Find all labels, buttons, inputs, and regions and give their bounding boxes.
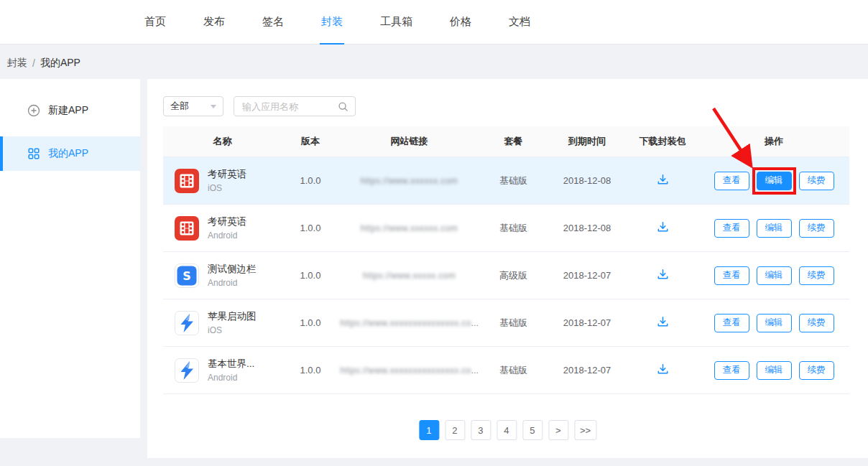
app-url: https://www.xxxxxxxxxxxxxxx.co...	[339, 317, 479, 328]
thunder-app-icon	[175, 311, 199, 335]
breadcrumb: 封装 / 我的APP	[7, 57, 80, 70]
app-plan: 基础版	[479, 222, 548, 235]
app-name: 基本世界...	[208, 358, 254, 371]
nav-item-4[interactable]: 封装	[320, 0, 344, 45]
app-platform: iOS	[208, 183, 246, 193]
breadcrumb-section[interactable]: 封装	[7, 57, 27, 70]
column-header-3: 网站链接	[339, 135, 479, 148]
app-url: https://www.xxxxxx.com	[339, 175, 479, 186]
main-content: 全部 名称版本网站链接套餐到期时间下载封装包操作 考研英语iOS1.0.0htt…	[147, 79, 868, 458]
app-url-text: https://www.xxxxxx.com	[361, 223, 458, 233]
filter-dropdown[interactable]: 全部	[163, 96, 223, 116]
app-version: 1.0.0	[282, 317, 339, 328]
row-actions: 查看编辑续费	[698, 314, 849, 332]
jump-next-button[interactable]: >>	[574, 420, 596, 440]
download-cell	[627, 220, 698, 236]
search-box	[234, 96, 356, 116]
renew-button[interactable]: 续费	[799, 172, 834, 190]
sidebar: 新建APP我的APP	[0, 79, 140, 438]
nav-item-7[interactable]: 文档	[507, 0, 532, 45]
view-button[interactable]: 查看	[714, 314, 749, 332]
download-cell	[627, 363, 698, 378]
pagination: 12345>>>	[419, 420, 596, 440]
app-expire-date: 2018-12-07	[548, 270, 627, 281]
nav-item-1[interactable]: 首页	[143, 0, 167, 45]
next-page-button[interactable]: >	[548, 420, 568, 440]
view-button[interactable]: 查看	[714, 219, 749, 238]
search-icon[interactable]	[338, 101, 348, 112]
renew-button[interactable]: 续费	[799, 219, 834, 238]
nav-item-5[interactable]: 工具箱	[379, 0, 414, 45]
app-plan: 基础版	[479, 364, 548, 377]
app-platform: Android	[208, 278, 257, 288]
app-expire-date: 2018-12-08	[548, 223, 627, 233]
edit-button[interactable]: 编辑	[757, 172, 792, 190]
edit-button[interactable]: 编辑	[757, 219, 792, 238]
app-version: 1.0.0	[282, 365, 339, 376]
annotation-box: 编辑	[752, 167, 796, 195]
nav-item-2[interactable]: 发布	[202, 0, 226, 45]
s-app-app-icon: S	[175, 264, 199, 288]
download-icon[interactable]	[656, 173, 670, 187]
page-button-5[interactable]: 5	[522, 420, 542, 440]
grid-icon	[27, 147, 40, 160]
thunder-app-icon	[175, 358, 199, 383]
edit-button[interactable]: 编辑	[757, 314, 792, 332]
film-app-icon	[175, 169, 199, 193]
page-button-1[interactable]: 1	[419, 420, 439, 440]
download-icon[interactable]	[656, 363, 670, 376]
search-input[interactable]	[241, 101, 338, 113]
app-url-text: https://www.xxxxxxxxxxxxxxx.co	[340, 318, 471, 328]
svg-text:S: S	[183, 269, 191, 283]
app-name-cell: S测试侧边栏Android	[163, 263, 282, 288]
app-name: 测试侧边栏	[208, 263, 257, 276]
row-actions: 查看编辑续费	[698, 361, 849, 380]
app-name: 考研英语	[208, 168, 246, 181]
main-nav-items: 首页发布签名封装工具箱价格文档	[143, 0, 868, 45]
sidebar-item-1[interactable]: 新建APP	[0, 93, 140, 128]
column-header-4: 套餐	[479, 135, 548, 148]
view-button[interactable]: 查看	[714, 172, 749, 190]
download-icon[interactable]	[656, 220, 670, 234]
app-plan: 高级版	[479, 269, 548, 282]
plus-circle-icon	[27, 104, 40, 117]
page-button-4[interactable]: 4	[497, 420, 517, 440]
nav-item-3[interactable]: 签名	[261, 0, 285, 45]
app-table: 名称版本网站链接套餐到期时间下载封装包操作 考研英语iOS1.0.0https:…	[163, 126, 849, 394]
table-row: 苹果启动图iOS1.0.0https://www.xxxxxxxxxxxxxxx…	[163, 299, 849, 347]
view-button[interactable]: 查看	[714, 361, 749, 380]
download-cell	[627, 173, 698, 189]
app-expire-date: 2018-12-08	[548, 175, 627, 186]
app-plan: 基础版	[479, 317, 548, 330]
page-button-2[interactable]: 2	[445, 420, 465, 440]
film-app-icon	[175, 216, 199, 241]
renew-button[interactable]: 续费	[799, 361, 834, 380]
breadcrumb-separator: /	[32, 57, 35, 69]
table-header-row: 名称版本网站链接套餐到期时间下载封装包操作	[163, 126, 849, 157]
app-platform: Android	[208, 373, 254, 383]
nav-item-6[interactable]: 价格	[448, 0, 473, 45]
row-actions: 查看编辑续费	[698, 266, 849, 285]
app-url-text: https://www.xxxxx.com	[363, 271, 456, 281]
app-version: 1.0.0	[282, 270, 339, 281]
sidebar-item-2[interactable]: 我的APP	[0, 136, 140, 171]
app-name-cell: 考研英语iOS	[163, 168, 282, 193]
breadcrumb-current: 我的APP	[40, 57, 80, 70]
app-name: 苹果启动图	[208, 310, 257, 323]
app-name: 考研英语	[208, 215, 246, 228]
renew-button[interactable]: 续费	[799, 266, 834, 285]
download-icon[interactable]	[656, 268, 670, 281]
table-body: 考研英语iOS1.0.0https://www.xxxxxx.com基础版201…	[163, 157, 849, 394]
edit-button[interactable]: 编辑	[757, 266, 792, 285]
download-icon[interactable]	[656, 315, 670, 329]
page-button-3[interactable]: 3	[471, 420, 491, 440]
app-plan: 基础版	[479, 174, 548, 187]
edit-button[interactable]: 编辑	[757, 361, 792, 380]
app-expire-date: 2018-12-07	[548, 365, 627, 376]
sidebar-menu: 新建APP我的APP	[0, 93, 140, 171]
app-name-cell: 苹果启动图iOS	[163, 310, 282, 335]
view-button[interactable]: 查看	[714, 266, 749, 285]
column-header-7: 操作	[698, 135, 849, 148]
renew-button[interactable]: 续费	[799, 314, 834, 332]
row-actions: 查看编辑续费	[698, 219, 849, 238]
